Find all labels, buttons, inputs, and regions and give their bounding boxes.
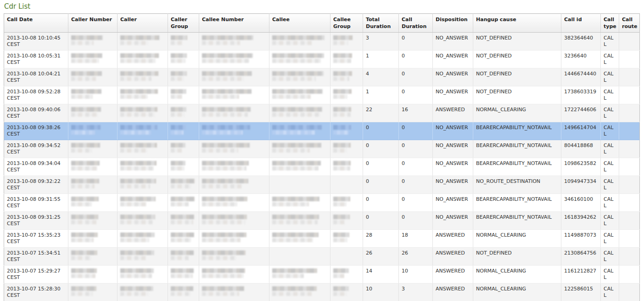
cell-call-date: 2013-10-08 10:05:31 CEST [4, 51, 68, 68]
table-row[interactable]: 2013-10-08 10:10:45 CEST30NO_ANSWERNOT_D… [4, 33, 640, 51]
column-header-callee[interactable]: Callee [269, 14, 330, 33]
page-title: Cdr List [4, 2, 639, 11]
redacted-content [171, 286, 193, 296]
column-header-total-duration[interactable]: Total Duration [363, 14, 399, 33]
cell-callee-number [199, 284, 269, 301]
redacted-content [202, 161, 249, 170]
table-row[interactable]: 2013-10-08 10:05:31 CEST10NO_ANSWERNOT_D… [4, 51, 640, 68]
cell-call-id: 1738603319 [561, 86, 601, 104]
cell-caller-number [68, 33, 118, 51]
cell-call-id: 346160100 [561, 194, 601, 212]
redacted-content [120, 107, 157, 117]
redacted-content [171, 161, 185, 170]
redacted-content [120, 143, 157, 153]
cell-callee-number [199, 104, 269, 122]
cell-callee-group [330, 212, 363, 230]
cell-caller [118, 212, 168, 230]
redacted-content [272, 233, 319, 242]
cell-call-route [619, 212, 640, 230]
redacted-content [333, 197, 350, 206]
cell-disposition: NO_ANSWER [433, 140, 473, 158]
redacted-content [202, 143, 250, 153]
cell-call-type: CALL [601, 104, 619, 122]
redacted-content [272, 286, 317, 296]
column-header-call-date[interactable]: Call Date [4, 14, 68, 33]
redacted-content [202, 35, 253, 45]
table-row[interactable]: 2013-10-07 15:35:23 CEST2818ANSWEREDNORM… [4, 230, 640, 248]
cell-hangup-cause: NOT_DEFINED [473, 51, 561, 68]
table-row[interactable]: 2013-10-08 09:32:22 CEST00NO_ANSWERNO_RO… [4, 176, 640, 194]
cell-caller [118, 68, 168, 86]
cell-callee [269, 140, 330, 158]
table-row[interactable]: 2013-10-07 15:28:30 CEST103ANSWEREDNORMA… [4, 284, 640, 301]
cell-call-type: CALL [601, 140, 619, 158]
cell-callee [269, 248, 330, 266]
redacted-content [333, 107, 351, 117]
cell-callee-group [330, 33, 363, 51]
redacted-content [333, 286, 349, 296]
column-header-call-duration[interactable]: Call Duration [399, 14, 433, 33]
column-header-caller[interactable]: Caller [118, 14, 168, 33]
redacted-content [272, 107, 322, 117]
table-row[interactable]: 2013-10-08 09:38:26 CEST00NO_ANSWERBEARE… [4, 122, 640, 140]
cell-callee [269, 104, 330, 122]
cell-callee-group [330, 176, 363, 194]
table-row[interactable]: 2013-10-07 15:34:51 CEST2626ANSWEREDNOT_… [4, 248, 640, 266]
column-header-caller-group[interactable]: Caller Group [168, 14, 199, 33]
cell-caller [118, 140, 168, 158]
cell-call-route [619, 284, 640, 301]
column-header-call-id[interactable]: Call id [561, 14, 601, 33]
cell-disposition: ANSWERED [433, 284, 473, 301]
table-row[interactable]: 2013-10-07 15:29:27 CEST1410ANSWEREDNORM… [4, 266, 640, 284]
redacted-content [171, 197, 195, 206]
column-header-callee-group[interactable]: Callee Group [330, 14, 363, 33]
cell-caller-group [168, 230, 199, 248]
redacted-content [202, 179, 248, 188]
cell-disposition: NO_ANSWER [433, 68, 473, 86]
column-header-callee-number[interactable]: Callee Number [199, 14, 269, 33]
cell-callee-number [199, 51, 269, 68]
cell-call-date: 2013-10-07 15:29:27 CEST [4, 266, 68, 284]
redacted-content [71, 197, 99, 206]
cell-call-route [619, 230, 640, 248]
table-row[interactable]: 2013-10-08 09:31:25 CEST00NO_ANSWERBEARE… [4, 212, 640, 230]
cell-call-duration: 26 [399, 248, 433, 266]
table-row[interactable]: 2013-10-08 09:34:52 CEST00NO_ANSWERBEARE… [4, 140, 640, 158]
redacted-content [202, 215, 247, 224]
column-header-hangup-cause[interactable]: Hangup cause [473, 14, 561, 33]
column-header-call-route[interactable]: Call route [619, 14, 640, 33]
table-row[interactable]: 2013-10-08 10:04:21 CEST40NO_ANSWERNOT_D… [4, 68, 640, 86]
column-header-disposition[interactable]: Disposition [433, 14, 473, 33]
redacted-content [120, 215, 155, 224]
cell-call-duration: 0 [399, 68, 433, 86]
redacted-content [71, 286, 96, 296]
redacted-content [71, 233, 98, 242]
redacted-content [71, 125, 101, 135]
redacted-content [171, 233, 194, 242]
column-header-call-type[interactable]: Call type [601, 14, 619, 33]
redacted-content [202, 197, 247, 206]
cell-hangup-cause: NOT_DEFINED [473, 86, 561, 104]
table-row[interactable]: 2013-10-08 09:34:04 CEST00NO_ANSWERBEARE… [4, 158, 640, 176]
cell-caller-group [168, 86, 199, 104]
cell-call-route [619, 33, 640, 51]
table-row[interactable]: 2013-10-08 09:52:28 CEST10NO_ANSWERNOT_D… [4, 86, 640, 104]
redacted-content [202, 233, 246, 242]
table-row[interactable]: 2013-10-08 09:40:06 CEST2216ANSWEREDNORM… [4, 104, 640, 122]
cell-call-duration: 0 [399, 86, 433, 104]
redacted-content [272, 268, 317, 278]
cell-call-duration: 0 [399, 122, 433, 140]
cell-call-duration: 0 [399, 194, 433, 212]
cell-caller-number [68, 266, 118, 284]
cell-call-route [619, 266, 640, 284]
redacted-content [171, 89, 186, 99]
redacted-content [71, 107, 101, 117]
cell-call-route [619, 68, 640, 86]
table-row[interactable]: 2013-10-08 09:31:55 CEST00NO_ANSWERBEARE… [4, 194, 640, 212]
redacted-content [171, 143, 185, 153]
cell-caller-group [168, 248, 199, 266]
cell-call-duration: 0 [399, 33, 433, 51]
cell-call-date: 2013-10-08 09:34:52 CEST [4, 140, 68, 158]
cell-callee-group [330, 140, 363, 158]
column-header-caller-number[interactable]: Caller Number [68, 14, 118, 33]
